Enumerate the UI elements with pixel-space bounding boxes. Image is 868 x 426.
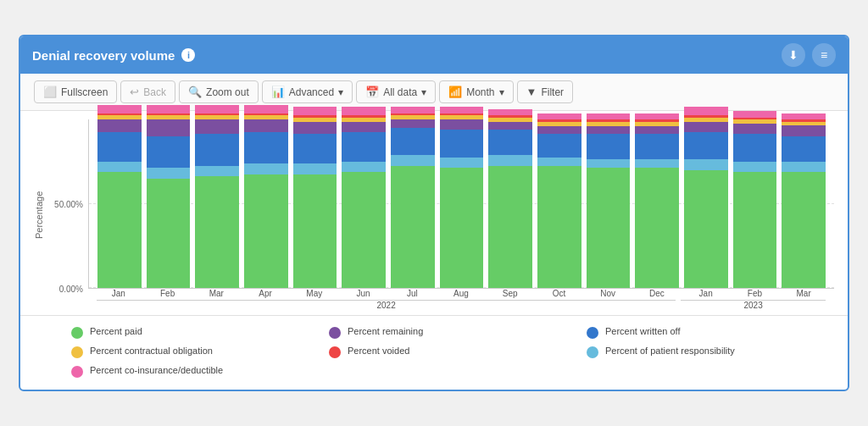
bar-segment-patient (440, 158, 484, 168)
download-button[interactable]: ⬇ (782, 43, 805, 67)
bar-segment-remaining (97, 119, 142, 132)
bar-segment-patient (684, 159, 728, 169)
header-actions: ⬇ ≡ (782, 43, 836, 67)
legend-dot (71, 327, 83, 339)
x-label: Mar (782, 289, 826, 298)
bar-segment-coinsurance (244, 105, 288, 113)
bar-segment-patient (488, 155, 532, 165)
menu-button[interactable]: ≡ (812, 43, 836, 67)
legend-item: Percent voided (329, 346, 573, 358)
bar-group (488, 119, 532, 288)
bar-segment-coinsurance (488, 109, 532, 115)
legend-item: Percent written off (587, 326, 831, 339)
bar-segment-paid (293, 174, 337, 288)
bar-segment-written_off (440, 130, 484, 157)
bar-segment-written_off (733, 134, 777, 161)
all-data-button[interactable]: 📅 All data ▾ (356, 80, 436, 103)
bar-chart-icon: 📶 (448, 86, 462, 98)
bar-segment-paid (97, 172, 142, 288)
bar-segment-coinsurance (782, 113, 826, 119)
legend-label: Percent voided (348, 346, 409, 356)
x-label: Mar (194, 289, 238, 298)
bar-segment-remaining (195, 119, 239, 134)
bar-group (195, 119, 239, 288)
x-label: Oct (537, 289, 581, 298)
back-icon: ↩ (130, 86, 139, 98)
legend: Percent paidPercent remainingPercent wri… (20, 315, 848, 390)
x-label: Aug (439, 289, 483, 298)
bars-container (89, 119, 834, 288)
bar-segment-coinsurance (587, 113, 631, 119)
x-label: Jun (342, 289, 386, 298)
bar-segment-written_off (293, 134, 337, 163)
bar-segment-paid (147, 179, 191, 288)
bar-group (293, 119, 337, 288)
advanced-button[interactable]: 📊 Advanced ▾ (262, 80, 353, 103)
bar-segment-coinsurance (97, 105, 142, 113)
bar-segment-remaining (537, 126, 581, 135)
bar-segment-patient (342, 162, 386, 172)
zoom-out-icon: 🔍 (188, 86, 202, 98)
x-axis-row: JanFebMarAprMayJunJulAugSepOctNovDecJanF… (88, 289, 834, 298)
bar-segment-written_off (587, 134, 631, 159)
bar-segment-paid (733, 172, 777, 288)
x-label: May (292, 289, 337, 298)
filter-label: Filter (541, 86, 564, 98)
bar-group (635, 119, 679, 288)
x-label: Apr (243, 289, 287, 298)
x-label: Dec (635, 289, 679, 298)
bar-segment-written_off (635, 134, 679, 159)
y-tick-0: 0.00% (59, 285, 83, 294)
bar-segment-patient (97, 162, 142, 172)
bar-segment-paid (587, 168, 631, 288)
bar-segment-paid (244, 174, 288, 288)
bar-segment-coinsurance (147, 105, 191, 113)
bar-group (244, 119, 288, 288)
filter-button[interactable]: ▼ Filter (517, 80, 574, 103)
bar-segment-remaining (342, 122, 386, 132)
bar-segment-remaining (244, 119, 288, 132)
bar-segment-coinsurance (293, 107, 337, 115)
bar-segment-remaining (733, 124, 777, 134)
bar-segment-coinsurance (195, 105, 239, 113)
month-button[interactable]: 📶 Month ▾ (439, 80, 513, 103)
bar-segment-written_off (782, 136, 826, 162)
year-label-2022: 2022 (97, 300, 676, 310)
legend-dot (71, 346, 83, 358)
zoom-out-label: Zoom out (206, 86, 249, 98)
advanced-icon: 📊 (271, 86, 285, 98)
bar-segment-written_off (537, 134, 581, 157)
bar-segment-patient (195, 166, 239, 176)
card-title-area: Denial recovery volume i (32, 48, 195, 63)
bar-segment-paid (440, 168, 484, 288)
calendar-icon: 📅 (365, 86, 379, 98)
back-button[interactable]: ↩ Back (120, 80, 175, 103)
y-tick-50: 50.00% (54, 200, 83, 209)
legend-item: Percent remaining (329, 326, 573, 339)
bar-segment-paid (391, 166, 435, 288)
x-labels: JanFebMarAprMayJunJulAugSepOctNovDecJanF… (88, 289, 834, 298)
zoom-out-button[interactable]: 🔍 Zoom out (179, 80, 259, 103)
x-label: Jul (390, 289, 434, 298)
y-axis-label: Percentage (34, 119, 44, 310)
bar-segment-written_off (391, 128, 435, 155)
chart-grid (88, 119, 834, 289)
fullscreen-button[interactable]: ⬜ Fullscreen (34, 80, 117, 103)
bar-group (391, 119, 435, 288)
bar-group (440, 119, 484, 288)
bar-segment-paid (635, 168, 679, 288)
filter-icon: ▼ (526, 86, 537, 98)
bar-segment-remaining (147, 119, 191, 136)
bar-segment-paid (537, 166, 581, 288)
legend-label: Percent remaining (348, 326, 423, 336)
bar-segment-coinsurance (440, 107, 484, 113)
advanced-chevron-icon: ▾ (338, 86, 343, 98)
x-label: Feb (146, 289, 190, 298)
legend-item: Percent paid (71, 326, 315, 339)
legend-dot (587, 327, 598, 339)
bar-segment-written_off (244, 132, 288, 163)
fullscreen-icon: ⬜ (43, 86, 57, 98)
bar-group (147, 119, 191, 288)
info-icon[interactable]: i (181, 48, 195, 62)
bar-segment-patient (391, 155, 435, 165)
